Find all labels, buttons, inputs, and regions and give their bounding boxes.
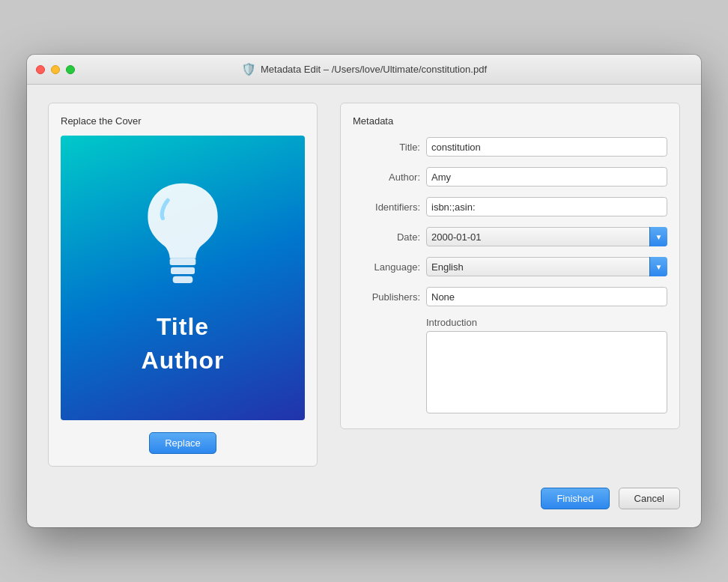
language-label: Language:: [353, 261, 420, 273]
titlebar: 🛡️ Metadata Edit – /Users/love/Ultimate/…: [27, 55, 701, 85]
language-select[interactable]: English French German Spanish: [426, 257, 667, 276]
cover-section-title: Replace the Cover: [61, 115, 305, 127]
publishers-label: Publishers:: [353, 291, 420, 303]
language-field-row: Language: English French German Spanish …: [353, 257, 667, 276]
date-field-row: Date: 2000-01-01 2001-01-01 1999-01-01 ▼: [353, 227, 667, 246]
publishers-field-row: Publishers:: [353, 287, 667, 306]
identifiers-label: Identifiers:: [353, 201, 420, 213]
language-select-wrapper: English French German Spanish ▼: [426, 257, 667, 276]
title-label: Title:: [353, 142, 420, 153]
date-select[interactable]: 2000-01-01 2001-01-01 1999-01-01: [426, 227, 667, 246]
close-button[interactable]: [36, 65, 45, 74]
maximize-button[interactable]: [66, 65, 75, 74]
date-label: Date:: [353, 231, 420, 243]
title-field-row: Title:: [353, 137, 667, 157]
identifiers-field-row: Identifiers:: [353, 197, 667, 216]
main-window: 🛡️ Metadata Edit – /Users/love/Ultimate/…: [27, 55, 701, 527]
metadata-section-title: Metadata: [353, 115, 667, 127]
cover-text: Title Author: [142, 310, 225, 378]
window-content: Replace the Cover Title: [27, 85, 701, 488]
intro-textarea-row: [353, 331, 667, 413]
bottom-bar: Finished Cancel: [27, 488, 701, 527]
traffic-lights: [36, 65, 75, 74]
app-icon: 🛡️: [241, 62, 256, 76]
introduction-textarea[interactable]: [426, 331, 667, 413]
finished-button[interactable]: Finished: [541, 488, 609, 509]
cancel-button[interactable]: Cancel: [619, 488, 680, 509]
author-label: Author:: [353, 172, 420, 183]
identifiers-input[interactable]: [426, 197, 667, 216]
left-panel: Replace the Cover Title: [48, 103, 318, 467]
introduction-label: Introduction: [426, 317, 477, 328]
replace-btn-container: Replace: [61, 432, 305, 454]
publishers-input[interactable]: [426, 287, 667, 306]
cover-image: Title Author: [61, 136, 305, 420]
window-title: 🛡️ Metadata Edit – /Users/love/Ultimate/…: [241, 62, 487, 76]
date-select-wrapper: 2000-01-01 2001-01-01 1999-01-01 ▼: [426, 227, 667, 246]
svg-rect-2: [173, 276, 193, 283]
svg-rect-0: [170, 258, 196, 265]
right-panel: Metadata Title: Author: Identifiers:: [340, 103, 680, 467]
intro-label-row: Introduction: [353, 317, 667, 328]
author-input[interactable]: [426, 167, 667, 187]
minimize-button[interactable]: [51, 65, 60, 74]
metadata-section: Metadata Title: Author: Identifiers:: [340, 103, 680, 429]
author-field-row: Author:: [353, 167, 667, 187]
cover-section: Replace the Cover Title: [48, 103, 318, 467]
replace-button[interactable]: Replace: [149, 432, 216, 454]
svg-rect-1: [171, 267, 195, 274]
title-input[interactable]: [426, 137, 667, 157]
bulb-icon: [130, 178, 235, 298]
